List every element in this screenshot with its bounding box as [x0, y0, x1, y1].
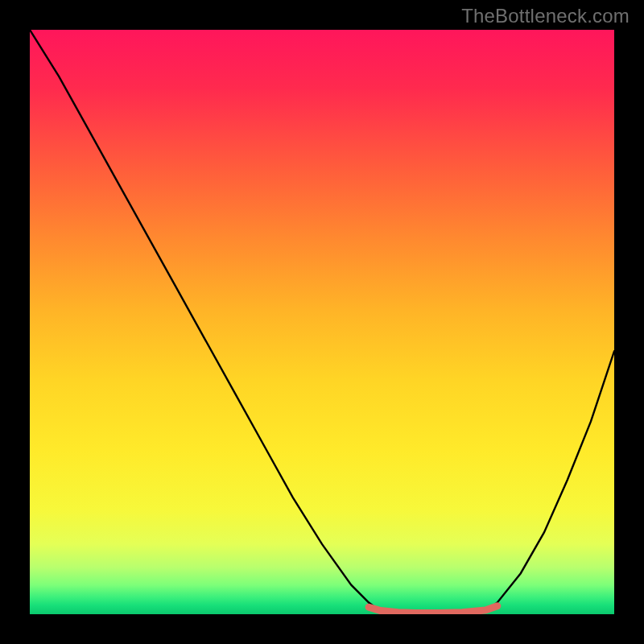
- chart-frame: TheBottleneck.com: [0, 0, 644, 644]
- optimal-band-path: [369, 606, 497, 613]
- bottleneck-curve-path: [30, 30, 614, 614]
- watermark-text: TheBottleneck.com: [461, 5, 630, 27]
- plot-area: [30, 30, 614, 614]
- curve-svg: [30, 30, 614, 614]
